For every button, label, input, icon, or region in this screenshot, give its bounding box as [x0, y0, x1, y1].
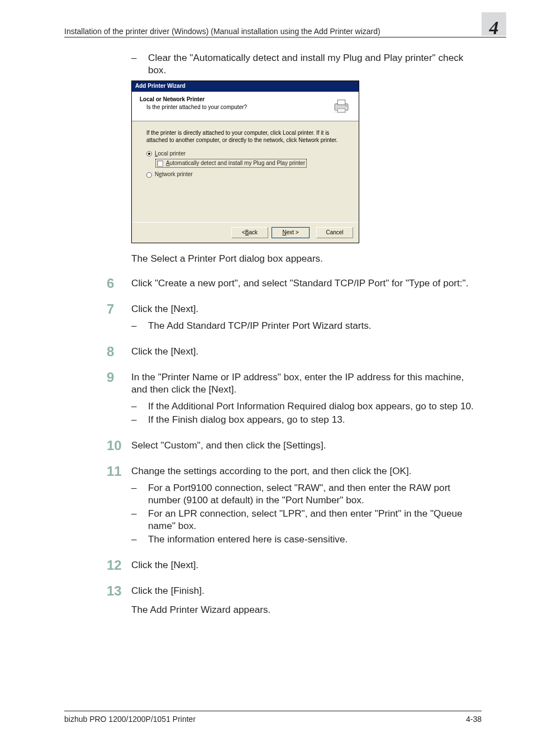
- radio-selected-icon: [146, 151, 152, 157]
- dash-icon: –: [131, 507, 148, 532]
- wizard-footer: < Back Next > Cancel: [132, 222, 359, 243]
- step-10: 10Select "Custom", and then click the [S…: [131, 439, 482, 452]
- footer-right: 4-38: [466, 715, 482, 724]
- svg-point-3: [345, 105, 346, 106]
- add-printer-wizard-dialog: Add Printer Wizard Local or Network Prin…: [131, 81, 359, 243]
- wizard-hint: If the printer is directly attached to y…: [146, 129, 344, 144]
- list-item-text: If the Finish dialog box appears, go to …: [148, 413, 482, 426]
- step-body: Click the [Next].–The Add Standard TCP/I…: [131, 303, 482, 333]
- dash-icon: –: [131, 533, 148, 545]
- step-text: Click the [Next].: [131, 345, 482, 357]
- list-item-text: For an LPR connection, select "LPR", and…: [148, 507, 482, 532]
- chapter-number: 4: [489, 18, 499, 37]
- step-6: 6Click "Create a new port", and select "…: [131, 277, 482, 290]
- step-body: Select "Custom", and then click the [Set…: [131, 439, 482, 452]
- step-8: 8Click the [Next].: [131, 345, 482, 358]
- step-text: In the "Printer Name or IP address" box,…: [131, 371, 482, 395]
- svg-rect-1: [337, 100, 345, 105]
- step-13: 13Click the [Finish].The Add Printer Wiz…: [131, 584, 482, 616]
- dash-icon: –: [131, 481, 148, 506]
- list-item: –For a Port9100 connection, select "RAW"…: [131, 481, 482, 506]
- step-number: 9: [107, 371, 131, 384]
- step-body: Change the settings according to the por…: [131, 465, 482, 546]
- step-text: Click the [Next].: [131, 303, 482, 315]
- dash-icon: –: [131, 319, 148, 332]
- list-item: –If the Finish dialog box appears, go to…: [131, 413, 482, 426]
- footer-left: bizhub PRO 1200/1200P/1051 Printer: [64, 715, 196, 724]
- next-button[interactable]: Next >: [272, 227, 310, 238]
- checkbox-auto-detect[interactable]: Automatically detect and install my Plug…: [155, 159, 307, 168]
- printer-icon: [332, 96, 351, 115]
- list-item: –If the Additional Port Information Requ…: [131, 400, 482, 412]
- step-text: Click "Create a new port", and select "S…: [131, 277, 482, 289]
- step-11: 11Change the settings according to the p…: [131, 465, 482, 546]
- after-wizard-text: The Select a Printer Port dialog box app…: [131, 252, 482, 264]
- list-item-text: The Add Standard TCP/IP Printer Port Wiz…: [148, 319, 482, 332]
- dash-icon: –: [131, 413, 148, 426]
- chapter-tab: 4: [482, 12, 506, 36]
- step-number: 13: [107, 584, 131, 598]
- page-footer: bizhub PRO 1200/1200P/1051 Printer 4-38: [64, 711, 482, 724]
- step-sublist: –The Add Standard TCP/IP Printer Port Wi…: [131, 319, 482, 332]
- step-text: Click the [Next].: [131, 559, 482, 571]
- radio-network-label: Network printer: [155, 171, 193, 178]
- step-body: Click the [Next].: [131, 559, 482, 572]
- step-body: Click the [Next].: [131, 345, 482, 358]
- radio-unselected-icon: [146, 172, 152, 178]
- list-item: –The information entered here is case-se…: [131, 533, 482, 545]
- checkbox-unchecked-icon: [157, 160, 163, 167]
- back-button[interactable]: < Back: [231, 227, 268, 238]
- step-number: 7: [107, 303, 131, 316]
- intro-bullet: – Clear the "Automatically detect and in…: [131, 51, 482, 76]
- list-item-text: If the Additional Port Information Requi…: [148, 400, 482, 412]
- list-item: –For an LPR connection, select "LPR", an…: [131, 507, 482, 532]
- step-text: Change the settings according to the por…: [131, 465, 482, 477]
- step-number: 10: [107, 439, 131, 452]
- step-number: 6: [107, 277, 131, 290]
- step-number: 8: [107, 345, 131, 358]
- list-item-text: For a Port9100 connection, select "RAW",…: [148, 481, 482, 506]
- wizard-heading: Local or Network Printer: [140, 96, 332, 103]
- radio-network-printer[interactable]: Network printer: [146, 171, 344, 178]
- list-item-text: The information entered here is case-sen…: [148, 533, 482, 545]
- radio-local-label: Local printer: [155, 150, 185, 158]
- breadcrumb: Installation of the printer driver (Wind…: [64, 27, 506, 36]
- step-9: 9In the "Printer Name or IP address" box…: [131, 371, 482, 427]
- radio-local-printer[interactable]: Local printer: [146, 150, 344, 158]
- cancel-button[interactable]: Cancel: [316, 227, 353, 238]
- main-content: – Clear the "Automatically detect and in…: [131, 51, 482, 628]
- intro-text: Clear the "Automatically detect and inst…: [148, 51, 482, 76]
- step-sublist: –For a Port9100 connection, select "RAW"…: [131, 481, 482, 545]
- page-header: Installation of the printer driver (Wind…: [64, 27, 506, 37]
- list-item: –The Add Standard TCP/IP Printer Port Wi…: [131, 319, 482, 332]
- wizard-body: If the printer is directly attached to y…: [132, 121, 359, 222]
- wizard-header: Local or Network Printer Is the printer …: [132, 92, 359, 121]
- wizard-subheading: Is the printer attached to your computer…: [146, 104, 332, 111]
- dash-icon: –: [131, 51, 148, 76]
- dash-icon: –: [131, 400, 148, 412]
- step-number: 11: [107, 465, 131, 478]
- wizard-titlebar: Add Printer Wizard: [132, 81, 359, 92]
- step-body: Click the [Finish].The Add Printer Wizar…: [131, 584, 482, 616]
- step-body: In the "Printer Name or IP address" box,…: [131, 371, 482, 427]
- step-text: Click the [Finish].: [131, 584, 482, 597]
- step-number: 12: [107, 559, 131, 572]
- step-text: Select "Custom", and then click the [Set…: [131, 439, 482, 451]
- step-after-text: The Add Printer Wizard appears.: [131, 603, 482, 616]
- checkbox-label: Automatically detect and install my Plug…: [166, 160, 305, 167]
- step-body: Click "Create a new port", and select "S…: [131, 277, 482, 290]
- step-7: 7Click the [Next].–The Add Standard TCP/…: [131, 303, 482, 333]
- step-12: 12Click the [Next].: [131, 559, 482, 572]
- step-sublist: –If the Additional Port Information Requ…: [131, 400, 482, 426]
- wizard-header-text: Local or Network Printer Is the printer …: [140, 96, 332, 111]
